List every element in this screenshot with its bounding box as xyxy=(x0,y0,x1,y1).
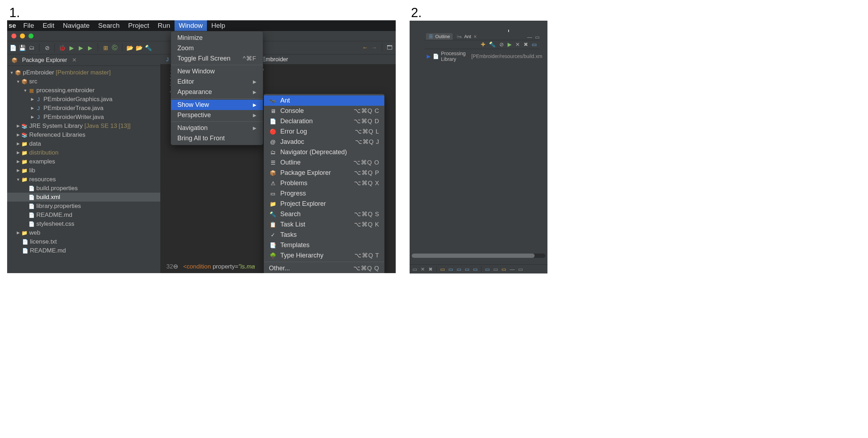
show-view-item[interactable]: 📑Templates xyxy=(264,240,384,250)
status-icon[interactable]: — xyxy=(510,266,515,272)
tree-src[interactable]: ▼📦 src xyxy=(7,77,160,86)
show-view-item[interactable]: 📋Task List⌥⌘Q K xyxy=(264,219,384,230)
status-icon[interactable]: ▭ xyxy=(485,266,490,272)
show-view-item[interactable]: 🐜Ant xyxy=(264,95,384,106)
status-icon[interactable]: ▭ xyxy=(457,266,461,272)
back-icon[interactable]: ← xyxy=(362,45,368,51)
menu-item-bring-front[interactable]: Bring All to Front xyxy=(171,133,263,144)
remove-icon[interactable]: ✕ xyxy=(515,41,520,48)
new-class-icon[interactable]: Ⓒ xyxy=(111,45,118,51)
tree-file[interactable]: 📄build.properties xyxy=(7,184,160,193)
status-icon[interactable]: ✕ xyxy=(421,266,425,272)
minimize-view-icon[interactable]: — xyxy=(527,34,532,40)
new-icon[interactable]: 📄 xyxy=(10,45,16,51)
tab-ant[interactable]: 🐜 Ant ✕ xyxy=(453,33,480,40)
coverage-icon[interactable]: ▶ xyxy=(78,45,84,51)
open-task-icon[interactable]: 📂 xyxy=(136,45,142,51)
menu-search[interactable]: Search xyxy=(94,20,124,31)
hide-icon[interactable]: ⊘ xyxy=(499,41,504,48)
ant-build-entry[interactable]: ▶ 📄 Processing Library [PEmbroider/resou… xyxy=(427,51,537,62)
tree-file[interactable]: 📄stylesheet.css xyxy=(7,219,160,228)
search-toolbar-icon[interactable]: 🔦 xyxy=(145,45,152,51)
menu-item-zoom[interactable]: Zoom xyxy=(171,43,263,53)
tree-file[interactable]: 📄README.md xyxy=(7,246,160,255)
status-icon[interactable]: ▭ xyxy=(440,266,445,272)
close-icon[interactable]: ✕ xyxy=(473,34,477,39)
run-last-icon[interactable]: ▶ xyxy=(87,45,93,51)
forward-icon[interactable]: → xyxy=(371,45,378,51)
tree-root[interactable]: ▼📦 pEmbroider [Pembroider master] xyxy=(7,68,160,77)
status-icon[interactable]: ▭ xyxy=(501,266,506,272)
menu-edit[interactable]: Edit xyxy=(38,20,59,31)
status-icon[interactable]: ▭ xyxy=(493,266,498,272)
tree-folder[interactable]: ▶📁distribution xyxy=(7,148,160,157)
tree-package[interactable]: ▼▦ processing.embroider xyxy=(7,86,160,95)
show-view-item[interactable]: 🌳Type Hierarchy⌥⌘Q T xyxy=(264,250,384,261)
menu-item-editor[interactable]: Editor▶ xyxy=(171,77,263,87)
run-icon[interactable]: ▶ xyxy=(68,45,75,51)
close-window-icon[interactable] xyxy=(11,33,16,38)
menu-project[interactable]: Project xyxy=(124,20,154,31)
refresh-icon[interactable]: ✖ xyxy=(524,41,528,48)
project-tree[interactable]: ▼📦 pEmbroider [Pembroider master] ▼📦 src… xyxy=(7,66,160,273)
menu-item-show-view[interactable]: Show View▶ xyxy=(171,100,263,110)
package-explorer-tab[interactable]: 📦 Package Explorer ✕ xyxy=(7,54,160,66)
show-view-item[interactable]: ⚠Problems⌥⌘Q X xyxy=(264,178,384,188)
show-view-other[interactable]: Other...⌥⌘Q Q xyxy=(264,263,384,273)
menu-item-fullscreen[interactable]: Toggle Full Screen^⌘F xyxy=(171,53,263,64)
skip-breakpoints-icon[interactable]: ⊘ xyxy=(44,45,50,51)
tree-folder[interactable]: ▶📁lib xyxy=(7,166,160,175)
menu-item-navigation[interactable]: Navigation▶ xyxy=(171,123,263,133)
status-icon[interactable]: ▭ xyxy=(448,266,453,272)
show-view-item[interactable]: 🖥Console⌥⌘Q C xyxy=(264,106,384,116)
show-view-item[interactable]: 📁Project Explorer xyxy=(264,199,384,209)
menu-help[interactable]: Help xyxy=(207,20,229,31)
menu-navigate[interactable]: Navigate xyxy=(59,20,94,31)
properties-icon[interactable]: ▭ xyxy=(532,41,537,48)
debug-icon[interactable]: 🐞 xyxy=(59,45,66,51)
menu-item-perspective[interactable]: Perspective▶ xyxy=(171,110,263,120)
tree-file[interactable]: 📄README.md xyxy=(7,210,160,219)
show-view-item[interactable]: 🗂Navigator (Deprecated) xyxy=(264,147,384,157)
tree-file[interactable]: 📄license.txt xyxy=(7,237,160,246)
menu-item-new-window[interactable]: New Window xyxy=(171,66,263,77)
tab-outline[interactable]: ☰ Outline xyxy=(426,33,453,40)
show-view-item[interactable]: ▭Progress xyxy=(264,188,384,199)
status-icon[interactable]: ▭ xyxy=(412,266,417,272)
show-view-item[interactable]: @Javadoc⌥⌘Q J xyxy=(264,137,384,147)
close-icon[interactable]: ✕ xyxy=(72,57,77,63)
status-icon[interactable]: ✖ xyxy=(428,266,433,272)
tree-jre[interactable]: ▶📚 JRE System Library [Java SE 13 [13]] xyxy=(7,121,160,130)
show-view-item[interactable]: ☰Outline⌥⌘Q O xyxy=(264,157,384,168)
search-icon[interactable]: 🔦 xyxy=(489,41,496,48)
tree-file[interactable]: ▶J PEmbroiderWriter.java xyxy=(7,113,160,121)
status-icon[interactable]: ▭ xyxy=(518,266,523,272)
show-view-item[interactable]: 🔴Error Log⌥⌘Q L xyxy=(264,126,384,137)
tree-file[interactable]: ▶J PEmbroiderTrace.java xyxy=(7,104,160,113)
perspective-icon[interactable]: 🗔 xyxy=(386,45,393,51)
show-view-item[interactable]: ✓Tasks xyxy=(264,230,384,240)
new-package-icon[interactable]: ⊞ xyxy=(102,45,109,51)
tree-file[interactable]: 📄library.properties xyxy=(7,202,160,210)
zoom-window-icon[interactable] xyxy=(28,33,33,38)
tree-resources[interactable]: ▼📁resources xyxy=(7,175,160,184)
menu-item-minimize[interactable]: Minimize xyxy=(171,33,263,43)
menu-run[interactable]: Run xyxy=(154,20,175,31)
tree-folder[interactable]: ▶📁examples xyxy=(7,157,160,166)
ant-build-list[interactable]: ▶ 📄 Processing Library [PEmbroider/resou… xyxy=(425,49,540,63)
maximize-view-icon[interactable]: ▭ xyxy=(535,34,540,40)
show-view-item[interactable]: 📄Declaration⌥⌘Q D xyxy=(264,116,384,126)
show-view-item[interactable]: 📦Package Explorer⌥⌘Q P xyxy=(264,168,384,178)
menu-window[interactable]: Window xyxy=(175,20,207,31)
menu-item-appearance[interactable]: Appearance▶ xyxy=(171,87,263,97)
menu-file[interactable]: File xyxy=(19,20,38,31)
horizontal-scrollbar[interactable] xyxy=(412,254,545,258)
save-all-icon[interactable]: 🗂 xyxy=(28,45,35,51)
add-buildfile-icon[interactable]: ✚ xyxy=(481,41,485,48)
tree-reflib[interactable]: ▶📚 Referenced Libraries xyxy=(7,130,160,139)
show-view-item[interactable]: 🔦Search⌥⌘Q S xyxy=(264,209,384,219)
tree-folder[interactable]: ▶📁data xyxy=(7,139,160,148)
minimize-window-icon[interactable] xyxy=(20,33,25,38)
tree-folder[interactable]: ▶📁web xyxy=(7,228,160,237)
open-type-icon[interactable]: 📂 xyxy=(127,45,133,51)
